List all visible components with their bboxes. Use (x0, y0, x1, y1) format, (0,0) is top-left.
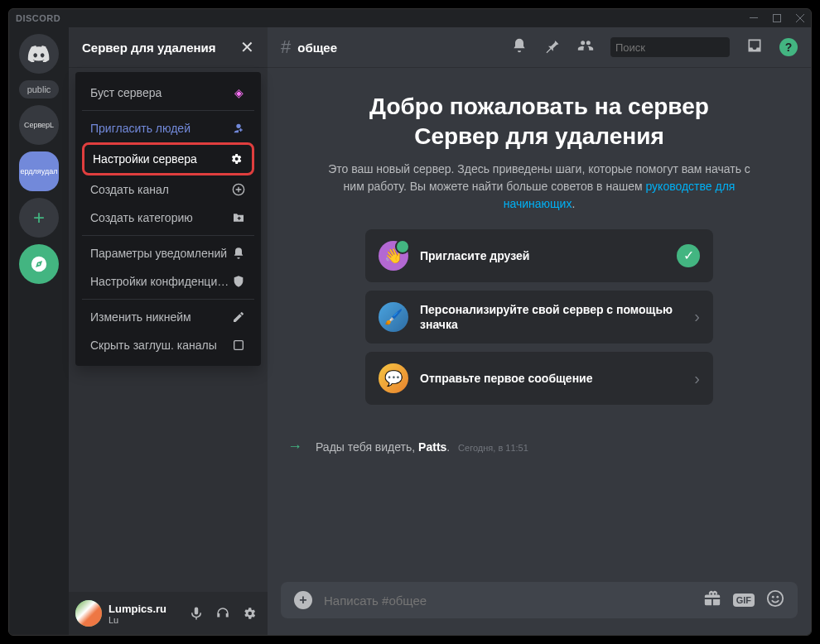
server-title: Сервер для удаления (82, 41, 216, 55)
join-arrow-icon: → (287, 438, 302, 455)
mute-button[interactable] (185, 602, 208, 625)
gif-button[interactable]: GIF (733, 594, 755, 607)
menu-boost[interactable]: Буст сервера ◈ (82, 79, 254, 107)
svg-rect-1 (774, 15, 781, 22)
add-server-button[interactable]: + (19, 198, 59, 238)
card-invite-friends[interactable]: 👋 Пригласите друзей ✓ (365, 229, 713, 282)
wave-icon: 👋 (379, 241, 408, 271)
system-username[interactable]: Patts (418, 440, 446, 454)
explore-button[interactable] (19, 244, 59, 284)
svg-rect-3 (234, 341, 244, 350)
shield-icon (231, 274, 246, 289)
brand-label: DISCORD (16, 13, 60, 23)
menu-server-settings[interactable]: Настройки сервера (82, 142, 254, 175)
menu-create-category[interactable]: Создать категорию (82, 204, 254, 232)
user-name: Lumpics.ru (109, 603, 178, 615)
pins-icon[interactable] (544, 37, 561, 57)
search-input[interactable] (615, 41, 755, 54)
home-button[interactable] (19, 34, 59, 74)
pencil-icon (231, 310, 246, 324)
menu-create-channel[interactable]: Создать канал (82, 175, 254, 204)
help-icon[interactable]: ? (779, 38, 798, 56)
inbox-icon[interactable] (746, 37, 763, 57)
card-personalize[interactable]: 🖌️ Персонализируйте свой сервер с помощь… (365, 291, 713, 344)
main-content: # общее ? Добро (268, 27, 811, 635)
server-rail: public СерверL ердляудал + (9, 27, 69, 635)
plus-circle-icon (231, 182, 246, 197)
user-panel: Lumpics.ru Lu (69, 592, 268, 635)
server-item-active[interactable]: ердляудал (19, 151, 59, 191)
checkbox-icon (231, 338, 246, 353)
user-status: Lu (109, 615, 178, 625)
avatar[interactable] (75, 600, 102, 627)
notifications-icon[interactable] (511, 37, 528, 57)
invite-icon (231, 121, 246, 136)
user-settings-button[interactable] (238, 602, 261, 625)
message-composer: + GIF (281, 582, 798, 618)
channel-name: общее (297, 41, 337, 55)
card-first-message[interactable]: 💬 Отправьте первое сообщение › (365, 352, 713, 405)
boost-icon: ◈ (231, 85, 246, 100)
discord-logo-icon (27, 46, 51, 62)
check-icon: ✓ (677, 244, 700, 267)
menu-hide-muted[interactable]: Скрыть заглуш. каналы (82, 331, 254, 359)
welcome-block: Добро пожаловать на сервер Сервер для уд… (324, 92, 755, 213)
svg-point-6 (776, 596, 779, 598)
public-badge[interactable]: public (19, 80, 59, 99)
brush-icon: 🖌️ (379, 302, 408, 332)
welcome-description: Это ваш новый сервер. Здесь приведены ша… (324, 161, 755, 213)
chevron-right-icon: › (694, 369, 700, 388)
system-message: → Рады тебя видеть, Patts. Сегодня, в 11… (281, 430, 798, 464)
system-timestamp: Сегодня, в 11:51 (458, 443, 528, 453)
members-icon[interactable] (577, 37, 594, 57)
hash-icon: # (281, 36, 291, 58)
server-header[interactable]: Сервер для удаления ✕ (69, 27, 268, 67)
close-icon[interactable]: ✕ (240, 37, 254, 57)
gift-icon[interactable] (703, 589, 721, 611)
emoji-icon[interactable] (766, 589, 784, 611)
minimize-icon[interactable] (750, 14, 758, 22)
chevron-right-icon: › (694, 307, 700, 326)
search-box[interactable] (610, 37, 730, 57)
menu-nickname[interactable]: Изменить никнейм (82, 303, 254, 331)
svg-point-5 (772, 596, 774, 598)
svg-point-4 (768, 591, 783, 606)
bell-icon (231, 246, 246, 261)
menu-invite[interactable]: Пригласить людей (82, 114, 254, 142)
chat-icon: 💬 (379, 363, 408, 393)
channel-sidebar: Сервер для удаления ✕ Буст сервера ◈ При… (69, 27, 268, 635)
svg-rect-0 (750, 17, 758, 18)
welcome-title: Добро пожаловать на сервер Сервер для уд… (324, 92, 755, 152)
message-input[interactable] (324, 594, 692, 608)
gear-icon (229, 151, 244, 166)
folder-plus-icon (231, 210, 246, 225)
menu-privacy[interactable]: Настройки конфиденци… (82, 267, 254, 296)
server-item[interactable]: СерверL (19, 105, 59, 145)
attach-button[interactable]: + (294, 591, 312, 609)
titlebar: DISCORD (9, 9, 811, 27)
maximize-icon[interactable] (773, 14, 781, 22)
channel-topbar: # общее ? (268, 27, 811, 67)
compass-icon (30, 255, 48, 273)
server-dropdown: Буст сервера ◈ Пригласить людей Настройк… (75, 72, 261, 366)
close-icon[interactable] (796, 14, 804, 22)
menu-notifications[interactable]: Параметры уведомлений (82, 239, 254, 267)
deafen-button[interactable] (211, 602, 234, 625)
